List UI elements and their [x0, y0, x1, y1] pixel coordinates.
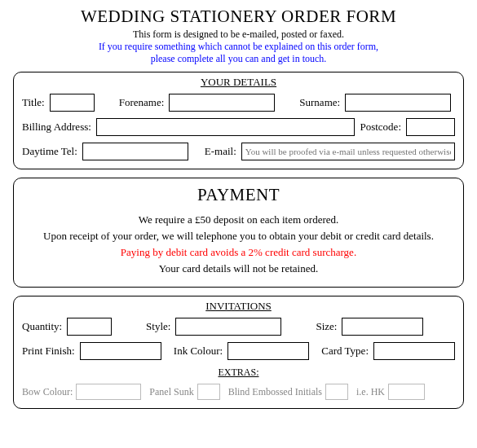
form-title: WEDDING STATIONERY ORDER FORM [13, 7, 464, 27]
extras-title: EXTRAS: [22, 367, 455, 379]
bow-colour-field[interactable] [76, 384, 141, 400]
daytime-tel-label: Daytime Tel: [22, 145, 77, 158]
blind-embossed-field[interactable] [325, 384, 348, 400]
surname-field[interactable] [345, 94, 451, 112]
ie-hk-field[interactable] [388, 384, 425, 400]
size-field[interactable] [342, 318, 423, 336]
title-field[interactable] [50, 94, 95, 112]
surname-label: Surname: [299, 96, 340, 109]
form-note-line1: If you require something which cannot be… [13, 41, 464, 53]
payment-line4: Your card details will not be retained. [22, 262, 455, 275]
print-finish-label: Print Finish: [22, 345, 75, 358]
ie-hk-label: i.e. HK [356, 386, 385, 398]
email-label: E-mail: [205, 145, 236, 158]
style-label: Style: [146, 320, 170, 333]
quantity-field[interactable] [67, 318, 112, 336]
postcode-label: Postcode: [360, 121, 401, 134]
payment-line1: We require a £50 deposit on each item or… [22, 213, 455, 226]
card-type-label: Card Type: [321, 345, 369, 358]
bow-colour-label: Bow Colour: [22, 386, 73, 398]
invitations-section: INVITATIONS Quantity: Style: Size: Print… [13, 296, 464, 409]
quantity-label: Quantity: [22, 320, 62, 333]
title-label: Title: [22, 96, 45, 109]
payment-line2: Upon receipt of your order, we will tele… [22, 230, 455, 243]
panel-sunk-label: Panel Sunk [149, 386, 193, 398]
daytime-tel-field[interactable] [82, 143, 188, 160]
ink-colour-field[interactable] [227, 342, 309, 360]
payment-line3: Paying by debit card avoids a 2% credit … [22, 246, 455, 259]
your-details-section: YOUR DETAILS Title: Forename: Surname: B… [13, 72, 464, 169]
email-field[interactable] [241, 143, 455, 160]
blind-embossed-label: Blind Embossed Initials [228, 386, 322, 398]
forename-field[interactable] [169, 94, 275, 112]
invitations-title: INVITATIONS [22, 300, 455, 313]
form-subtitle: This form is designed to be e-mailed, po… [13, 29, 464, 41]
size-label: Size: [316, 320, 337, 333]
postcode-field[interactable] [406, 118, 455, 136]
billing-label: Billing Address: [22, 121, 91, 134]
print-finish-field[interactable] [80, 342, 161, 360]
card-type-field[interactable] [373, 342, 455, 360]
form-note-line2: please complete all you can and get in t… [13, 53, 464, 65]
payment-section: PAYMENT We require a £50 deposit on each… [13, 178, 464, 288]
your-details-title: YOUR DETAILS [22, 76, 455, 89]
ink-colour-label: Ink Colour: [174, 345, 223, 358]
style-field[interactable] [175, 318, 281, 336]
payment-title: PAYMENT [22, 185, 455, 205]
form-header: WEDDING STATIONERY ORDER FORM This form … [13, 7, 464, 65]
panel-sunk-field[interactable] [197, 384, 220, 400]
billing-field[interactable] [96, 118, 356, 136]
forename-label: Forename: [119, 96, 165, 109]
